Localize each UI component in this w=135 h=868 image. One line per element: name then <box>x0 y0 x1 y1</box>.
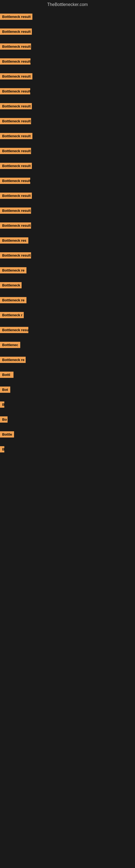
bar-row: Bottleneck result <box>0 24 135 39</box>
bottleneck-label: Bot <box>0 386 10 393</box>
bottleneck-label: Bottleneck result <box>0 163 32 169</box>
bottleneck-label: Bottleneck result <box>0 208 31 214</box>
bottleneck-bar: Bottleneck resu <box>0 324 135 336</box>
bottleneck-bar: Bottleneck result <box>0 130 135 142</box>
bottleneck-label: Bottleneck re <box>0 297 27 303</box>
bar-row: Bottleneck result <box>0 69 135 84</box>
bottleneck-bar: Bottleneck result <box>0 190 135 202</box>
bar-row: Bottleneck result <box>0 248 135 263</box>
bottleneck-bar: Bottleneck result <box>0 41 135 52</box>
bar-row: Bottleneck result <box>0 39 135 54</box>
bottleneck-label: Bottleneck re <box>0 357 26 363</box>
bottleneck-label: Bottleneck result <box>0 133 32 139</box>
bottleneck-label: Bottleneck result <box>0 178 30 184</box>
bottleneck-label: Bottle <box>0 431 14 437</box>
bar-row: Bottleneck result <box>0 129 135 144</box>
bottleneck-label: Bottleneck <box>0 282 21 288</box>
bottleneck-label: Bottleneck result <box>0 73 32 80</box>
bar-row: Bo <box>0 412 135 427</box>
bottleneck-bar: B <box>0 399 135 410</box>
bottleneck-label: Bottleneck result <box>0 29 32 35</box>
bottleneck-label: Bottleneck result <box>0 252 31 258</box>
bar-row: Bottleneck result <box>0 9 135 24</box>
bar-row: Bottleneck result <box>0 144 135 158</box>
bottleneck-bar: Bottleneck result <box>0 145 135 157</box>
bottleneck-bar: Bottleneck result <box>0 70 135 82</box>
bar-row: B <box>0 397 135 412</box>
bottleneck-bar: Bottleneck re <box>0 354 135 366</box>
bottleneck-bar: Bottleneck re <box>0 294 135 306</box>
bar-row: Bot <box>0 382 135 397</box>
bottleneck-label: Bottleneck res <box>0 237 28 244</box>
bottleneck-label: Bottleneck result <box>0 222 31 229</box>
bottleneck-bar: Bottleneck result <box>0 26 135 37</box>
bottleneck-label: Bottleneck result <box>0 58 31 65</box>
bottleneck-label: Bottleneck resu <box>0 327 28 333</box>
bottleneck-bar: Bottleneck result <box>0 86 135 97</box>
bar-row: Bottleneck r <box>0 308 135 322</box>
bottleneck-label: Bottleneck result <box>0 118 31 124</box>
bottleneck-bar: Bottleneck result <box>0 115 135 127</box>
bar-row: Bottleneck result <box>0 188 135 203</box>
bottleneck-label: Bottleneck r <box>0 312 24 318</box>
bottleneck-bar: Bottleneck result <box>0 220 135 231</box>
bar-row: Bottleneck result <box>0 99 135 114</box>
bar-row: Bottleneck res <box>0 233 135 248</box>
bottleneck-label: Bo <box>0 416 8 423</box>
bottleneck-label: Bottleneck result <box>0 193 32 199</box>
bottleneck-bar: Bottleneck <box>0 279 135 291</box>
bar-row: B <box>0 442 135 457</box>
bar-row: Bottleneck re <box>0 293 135 308</box>
bar-row: Bottle <box>0 427 135 442</box>
bar-row: Bottleneck result <box>0 218 135 233</box>
bottleneck-label: Bottleneck result <box>0 88 30 94</box>
bottleneck-bar: Bottle <box>0 429 135 440</box>
bottleneck-bar: Bottleneck result <box>0 205 135 216</box>
bottleneck-bar: Bottl <box>0 369 135 380</box>
bottleneck-label: Bottl <box>0 372 13 378</box>
bottleneck-label: Bottlenec <box>0 342 20 348</box>
bar-row: Bottleneck result <box>0 158 135 173</box>
bottleneck-bar: Bottleneck result <box>0 56 135 67</box>
bar-row: Bottlenec <box>0 337 135 352</box>
bottleneck-label: B <box>0 401 4 408</box>
bottleneck-bar: Bo <box>0 414 135 425</box>
bottleneck-bar: Bottlenec <box>0 339 135 351</box>
bottleneck-label: Bottleneck result <box>0 103 32 109</box>
bar-row: Bottleneck result <box>0 114 135 129</box>
bottleneck-bar: Bottleneck re <box>0 265 135 276</box>
site-title: TheBottlenecker.com <box>0 0 135 9</box>
bottleneck-bar: Bot <box>0 384 135 396</box>
bottleneck-bar: B <box>0 443 135 455</box>
bar-row: Bottleneck re <box>0 263 135 278</box>
bottleneck-bar: Bottleneck result <box>0 175 135 187</box>
bar-row: Bottleneck <box>0 278 135 293</box>
bottleneck-bar: Bottleneck result <box>0 11 135 23</box>
bottleneck-bar: Bottleneck result <box>0 160 135 172</box>
bar-row: Bottleneck re <box>0 352 135 367</box>
bottleneck-bar: Bottleneck result <box>0 250 135 261</box>
bar-row: Bottleneck result <box>0 84 135 99</box>
bottleneck-bar: Bottleneck r <box>0 309 135 321</box>
bar-row: Bottleneck result <box>0 54 135 69</box>
bottleneck-bar: Bottleneck res <box>0 235 135 246</box>
bar-row: Bottleneck result <box>0 173 135 188</box>
bottleneck-bar: Bottleneck result <box>0 100 135 112</box>
bars-container: Bottleneck resultBottleneck resultBottle… <box>0 9 135 457</box>
bottleneck-label: Bottleneck re <box>0 267 27 273</box>
bottleneck-label: Bottleneck result <box>0 148 31 154</box>
bottleneck-label: Bottleneck result <box>0 13 32 20</box>
bottleneck-label: B <box>0 446 4 453</box>
bottleneck-label: Bottleneck result <box>0 43 31 50</box>
bar-row: Bottleneck resu <box>0 322 135 337</box>
bar-row: Bottleneck result <box>0 203 135 218</box>
bar-row: Bottl <box>0 367 135 382</box>
